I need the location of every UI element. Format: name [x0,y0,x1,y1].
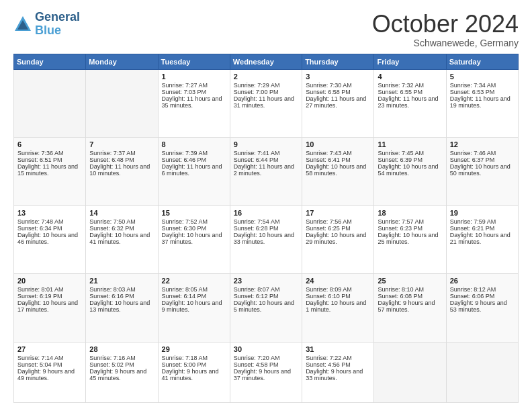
calendar-cell: 4Sunrise: 7:32 AMSunset: 6:55 PMDaylight… [374,69,446,138]
calendar-cell: 3Sunrise: 7:30 AMSunset: 6:58 PMDaylight… [302,69,374,138]
daylight-text: Daylight: 11 hours and 23 minutes. [378,95,442,109]
week-row-2: 6Sunrise: 7:36 AMSunset: 6:51 PMDaylight… [14,138,519,206]
day-number: 4 [378,73,442,81]
logo-line1: General [35,11,80,24]
day-number: 5 [450,73,515,81]
calendar-cell: 22Sunrise: 8:05 AMSunset: 6:14 PMDayligh… [158,274,230,342]
weekday-header-sunday: Sunday [14,54,86,69]
day-number: 27 [17,345,82,353]
daylight-text: Daylight: 10 hours and 25 minutes. [378,232,442,245]
day-number: 14 [89,209,154,217]
calendar-cell: 14Sunrise: 7:50 AMSunset: 6:32 PMDayligh… [86,205,158,274]
calendar-cell: 12Sunrise: 7:46 AMSunset: 6:37 PMDayligh… [446,138,518,206]
calendar-cell [374,342,446,402]
calendar-cell: 11Sunrise: 7:45 AMSunset: 6:39 PMDayligh… [374,138,446,206]
sunrise-text: Sunrise: 8:07 AM [234,286,298,293]
sunrise-text: Sunrise: 7:20 AM [234,355,298,361]
sunset-text: Sunset: 6:14 PM [162,293,226,300]
weekday-header-wednesday: Wednesday [230,54,302,69]
weekday-header-tuesday: Tuesday [158,54,230,69]
daylight-text: Daylight: 10 hours and 13 minutes. [89,300,154,313]
sunset-text: Sunset: 6:37 PM [450,156,515,163]
sunset-text: Sunset: 6:08 PM [378,293,442,300]
logo-text: General Blue [35,11,80,38]
sunset-text: Sunset: 6:53 PM [450,89,515,95]
sunset-text: Sunset: 6:25 PM [306,225,370,232]
day-number: 10 [306,140,370,148]
sunrise-text: Sunrise: 7:39 AM [162,150,226,156]
calendar-cell [446,342,518,402]
day-number: 30 [234,345,298,353]
header: General Blue October 2024 Schwanewede, G… [13,11,519,48]
sunrise-text: Sunrise: 7:48 AM [17,218,82,225]
sunset-text: Sunset: 5:04 PM [17,361,82,368]
daylight-text: Daylight: 9 hours and 45 minutes. [89,368,154,381]
sunset-text: Sunset: 6:46 PM [162,156,226,163]
sunrise-text: Sunrise: 7:30 AM [306,82,370,89]
daylight-text: Daylight: 10 hours and 58 minutes. [306,163,370,177]
title-block: October 2024 Schwanewede, Germany [372,11,519,48]
day-number: 1 [162,73,226,81]
daylight-text: Daylight: 11 hours and 27 minutes. [306,95,370,109]
sunset-text: Sunset: 6:12 PM [234,293,298,300]
daylight-text: Daylight: 9 hours and 33 minutes. [306,368,370,381]
logo-icon [13,15,32,34]
sunrise-text: Sunrise: 7:46 AM [450,150,515,156]
sunrise-text: Sunrise: 7:29 AM [234,82,298,89]
day-number: 16 [234,209,298,217]
week-row-1: 1Sunrise: 7:27 AMSunset: 7:03 PMDaylight… [14,69,519,138]
weekday-header-monday: Monday [86,54,158,69]
sunrise-text: Sunrise: 8:05 AM [162,286,226,293]
sunset-text: Sunset: 6:19 PM [17,293,82,300]
sunset-text: Sunset: 6:44 PM [234,156,298,163]
calendar-cell: 5Sunrise: 7:34 AMSunset: 6:53 PMDaylight… [446,69,518,138]
weekday-header-row: SundayMondayTuesdayWednesdayThursdayFrid… [14,54,519,69]
calendar-cell: 30Sunrise: 7:20 AMSunset: 4:58 PMDayligh… [230,342,302,402]
day-number: 8 [162,140,226,148]
calendar-cell: 13Sunrise: 7:48 AMSunset: 6:34 PMDayligh… [14,205,86,274]
sunset-text: Sunset: 6:51 PM [17,156,82,163]
sunset-text: Sunset: 5:02 PM [89,361,154,368]
calendar-cell: 29Sunrise: 7:18 AMSunset: 5:00 PMDayligh… [158,342,230,402]
sunset-text: Sunset: 4:58 PM [234,361,298,368]
calendar-cell: 19Sunrise: 7:59 AMSunset: 6:21 PMDayligh… [446,205,518,274]
calendar-cell: 1Sunrise: 7:27 AMSunset: 7:03 PMDaylight… [158,69,230,138]
day-number: 31 [306,345,370,353]
sunset-text: Sunset: 6:06 PM [450,293,515,300]
day-number: 19 [450,209,515,217]
calendar-cell: 31Sunrise: 7:22 AMSunset: 4:56 PMDayligh… [302,342,374,402]
daylight-text: Daylight: 10 hours and 50 minutes. [450,163,515,177]
daylight-text: Daylight: 9 hours and 57 minutes. [378,300,442,313]
sunrise-text: Sunrise: 7:45 AM [378,150,442,156]
calendar-table: SundayMondayTuesdayWednesdayThursdayFrid… [13,54,519,403]
sunset-text: Sunset: 6:48 PM [89,156,154,163]
day-number: 26 [450,277,515,285]
calendar-cell: 21Sunrise: 8:03 AMSunset: 6:16 PMDayligh… [86,274,158,342]
day-number: 22 [162,277,226,285]
day-number: 25 [378,277,442,285]
sunset-text: Sunset: 6:16 PM [89,293,154,300]
sunset-text: Sunset: 6:10 PM [306,293,370,300]
sunset-text: Sunset: 6:58 PM [306,89,370,95]
daylight-text: Daylight: 11 hours and 2 minutes. [234,163,298,177]
daylight-text: Daylight: 10 hours and 41 minutes. [89,232,154,245]
location: Schwanewede, Germany [372,38,519,48]
sunset-text: Sunset: 6:55 PM [378,89,442,95]
sunset-text: Sunset: 5:00 PM [162,361,226,368]
week-row-3: 13Sunrise: 7:48 AMSunset: 6:34 PMDayligh… [14,205,519,274]
sunrise-text: Sunrise: 7:43 AM [306,150,370,156]
day-number: 15 [162,209,226,217]
day-number: 13 [17,209,82,217]
day-number: 6 [17,140,82,148]
day-number: 11 [378,140,442,148]
sunset-text: Sunset: 7:03 PM [162,89,226,95]
calendar-cell: 25Sunrise: 8:10 AMSunset: 6:08 PMDayligh… [374,274,446,342]
daylight-text: Daylight: 9 hours and 41 minutes. [162,368,226,381]
calendar-cell: 9Sunrise: 7:41 AMSunset: 6:44 PMDaylight… [230,138,302,206]
sunset-text: Sunset: 7:00 PM [234,89,298,95]
sunrise-text: Sunrise: 7:37 AM [89,150,154,156]
calendar-cell: 8Sunrise: 7:39 AMSunset: 6:46 PMDaylight… [158,138,230,206]
sunset-text: Sunset: 6:34 PM [17,225,82,232]
day-number: 29 [162,345,226,353]
day-number: 23 [234,277,298,285]
